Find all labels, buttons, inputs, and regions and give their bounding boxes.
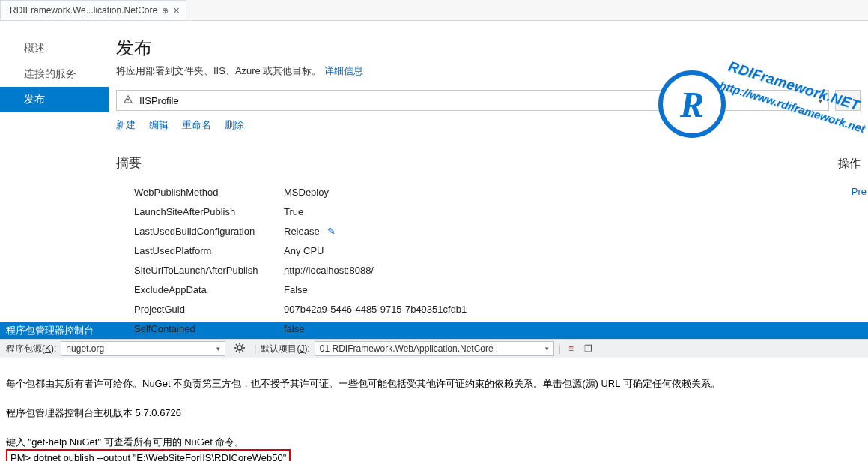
package-source-value: nuget.org: [66, 343, 104, 354]
gear-icon[interactable]: [230, 343, 249, 355]
kv-value-text: Release: [284, 226, 320, 237]
sidebar-item-publish[interactable]: 发布: [0, 87, 109, 112]
profile-actions: 新建 编辑 重命名 删除: [116, 118, 861, 132]
console-prompt: PM>: [10, 452, 31, 461]
kv-key: SelfContained: [134, 323, 284, 334]
package-source-dropdown[interactable]: nuget.org ▾: [61, 341, 225, 356]
delete-profile-link[interactable]: 删除: [225, 118, 244, 132]
subtitle-text: 将应用部署到文件夹、IIS、Azure 或其他目标。: [116, 65, 321, 76]
svg-line-9: [243, 344, 244, 346]
document-tab-bar: RDIFramework.We...lication.NetCore ⊕ ✕: [0, 0, 868, 21]
svg-line-8: [236, 350, 237, 352]
window-icon[interactable]: ❐: [581, 343, 595, 354]
summary-title: 摘要: [116, 154, 142, 172]
kv-value: Any CPU: [284, 245, 324, 256]
new-profile-link[interactable]: 新建: [116, 118, 136, 132]
command-highlight: PM> dotnet publish --output "E:\WebSiteF…: [6, 449, 291, 461]
default-project-value: 01 RDIFramework.WebApplication.NetCore: [320, 343, 494, 354]
kv-key: LastUsedBuildConfiguration: [134, 226, 284, 237]
sidebar: 概述 连接的服务 发布: [0, 21, 109, 322]
default-project-label: 默认项目(J):: [261, 343, 309, 355]
kv-value: MSDeploy: [284, 187, 329, 198]
kv-key: LaunchSiteAfterPublish: [134, 206, 284, 217]
tab-title: RDIFramework.We...lication.NetCore: [10, 5, 157, 16]
rename-profile-link[interactable]: 重命名: [182, 118, 211, 132]
summary-grid: WebPublishMethodMSDeploy LaunchSiteAfter…: [116, 182, 861, 338]
kv-value: http://localhost:8088/: [284, 265, 374, 276]
console-line: 每个包都由其所有者许可给你。NuGet 不负责第三方包，也不授予其许可证。一些包…: [6, 378, 720, 389]
publish-pane: 概述 连接的服务 发布 发布 将应用部署到文件夹、IIS、Azure 或其他目标…: [0, 21, 868, 322]
indent-icon[interactable]: ≡: [565, 343, 577, 354]
operations-label: 操作: [838, 157, 861, 171]
sidebar-item-overview[interactable]: 概述: [0, 36, 109, 61]
pm-console-title: 程序包管理器控制台: [6, 324, 94, 337]
package-source-label: 程序包源(K):: [6, 343, 56, 355]
edit-pencil-icon[interactable]: ✎: [327, 226, 336, 237]
kv-value: false: [284, 323, 304, 334]
chevron-down-icon: ▾: [216, 345, 220, 352]
console-command: dotnet publish --output "E:\WebSiteForII…: [34, 452, 287, 461]
preview-link[interactable]: Pre: [852, 186, 867, 197]
profile-dropdown[interactable]: IISProfile ▾: [116, 90, 829, 111]
chevron-down-icon: ▾: [819, 97, 822, 105]
console-line: 键入 "get-help NuGet" 可查看所有可用的 NuGet 命令。: [6, 436, 244, 448]
kv-value: 907b42a9-5446-4485-9715-7b49351cfdb1: [284, 304, 467, 315]
kv-value: True: [284, 206, 303, 217]
console-line: 程序包管理器控制台主机版本 5.7.0.6726: [6, 407, 181, 418]
kv-key: ProjectGuid: [134, 304, 284, 315]
publish-target-icon: [123, 94, 133, 107]
details-link[interactable]: 详细信息: [324, 65, 363, 76]
kv-value: False: [284, 284, 308, 295]
pm-toolbar: 程序包源(K): nuget.org ▾ | 默认项目(J): 01 RDIFr…: [0, 339, 868, 358]
svg-point-1: [237, 346, 242, 350]
close-icon[interactable]: ✕: [173, 6, 180, 16]
pm-console-output[interactable]: 每个包都由其所有者许可给你。NuGet 不负责第三方包，也不授予其许可证。一些包…: [0, 358, 868, 461]
kv-key: ExcludeAppData: [134, 284, 284, 295]
publish-button[interactable]: [835, 90, 861, 111]
document-tab[interactable]: RDIFramework.We...lication.NetCore ⊕ ✕: [0, 0, 186, 20]
svg-line-6: [236, 344, 237, 346]
svg-point-0: [127, 98, 130, 100]
kv-value: Release✎: [284, 226, 336, 237]
kv-key: SiteUrlToLaunchAfterPublish: [134, 265, 284, 276]
publish-content: 发布 将应用部署到文件夹、IIS、Azure 或其他目标。 详细信息 IISPr…: [109, 21, 868, 322]
kv-key: LastUsedPlatform: [134, 245, 284, 256]
sidebar-item-connected-services[interactable]: 连接的服务: [0, 61, 109, 87]
svg-line-7: [243, 350, 244, 352]
default-project-dropdown[interactable]: 01 RDIFramework.WebApplication.NetCore ▾: [315, 341, 554, 356]
kv-key: WebPublishMethod: [134, 187, 284, 198]
edit-profile-link[interactable]: 编辑: [149, 118, 169, 132]
profile-row: IISProfile ▾: [116, 90, 861, 111]
page-title: 发布: [116, 36, 861, 60]
summary-header: 摘要 操作: [116, 154, 861, 172]
chevron-down-icon: ▾: [545, 345, 549, 352]
profile-value: IISProfile: [139, 95, 179, 106]
pin-icon[interactable]: ⊕: [162, 6, 169, 16]
page-subtitle: 将应用部署到文件夹、IIS、Azure 或其他目标。 详细信息: [116, 64, 861, 78]
